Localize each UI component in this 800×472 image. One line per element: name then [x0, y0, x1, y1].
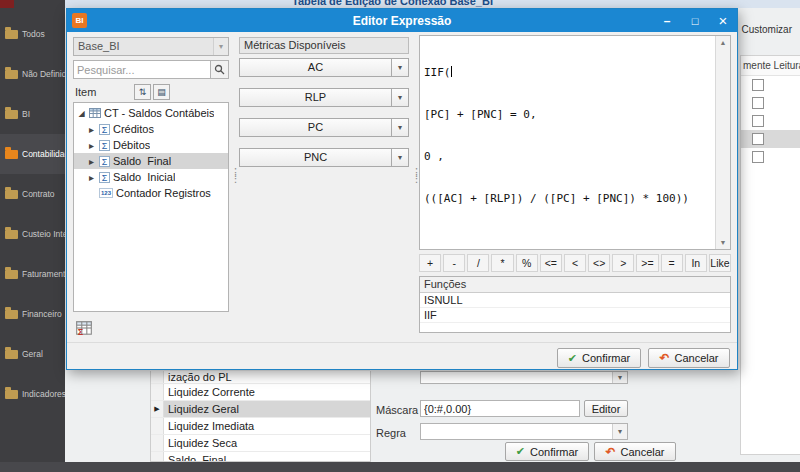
sidebar-item-nao-definido[interactable]: Não Definido [0, 54, 65, 94]
chevron-down-icon[interactable] [391, 89, 408, 106]
search-button[interactable] [210, 61, 228, 78]
operator-divide-button[interactable]: / [467, 254, 489, 272]
operator-eq-button[interactable]: = [661, 254, 683, 272]
scroll-down-icon[interactable] [716, 236, 730, 249]
readonly-checkbox[interactable] [752, 133, 764, 145]
grid-row-liquidez-geral[interactable]: ▶Liquidez Geral [151, 401, 370, 418]
tree-item-ct-saldos-contabeis[interactable]: CT - Saldos Contábeis [74, 105, 228, 121]
readonly-checkbox[interactable] [752, 115, 764, 127]
function-item-iif[interactable]: IIF [420, 308, 730, 323]
sidebar-item-custeio-integ[interactable]: Custeio Integ [0, 214, 65, 254]
grid-row-saldo-final[interactable]: Saldo Final [151, 452, 370, 462]
operator-multiply-button[interactable]: * [491, 254, 513, 272]
sidebar-item-financeiro[interactable]: Financeiro [0, 294, 65, 334]
panel-splitter[interactable] [230, 169, 238, 181]
close-button[interactable] [709, 9, 737, 32]
operator-neq-button[interactable]: <> [588, 254, 610, 272]
operator-plus-button[interactable]: + [419, 254, 441, 272]
search-icon [214, 64, 225, 75]
item-header: Item [75, 86, 96, 98]
operator-modulo-button[interactable]: % [516, 254, 538, 272]
operator-gt-button[interactable]: > [612, 254, 634, 272]
sum-table-button[interactable]: Σ [75, 319, 93, 337]
mascara-input[interactable] [420, 400, 580, 417]
background-confirm-button[interactable]: Confirmar [505, 442, 589, 461]
folder-icon [5, 230, 18, 239]
tree-item-creditos[interactable]: Créditos [74, 121, 228, 137]
readonly-checkbox[interactable] [752, 79, 764, 91]
sidebar-item-bi[interactable]: BI [0, 94, 65, 134]
customize-link[interactable]: Customizar [729, 24, 792, 35]
grid-row-liquidez-imediata[interactable]: Liquidez Imediata [151, 418, 370, 435]
expression-editor-box[interactable]: IIF( [PC] + [PNC] = 0, 0 , (([AC] + [RLP… [419, 35, 731, 250]
readonly-checkbox[interactable] [752, 97, 764, 109]
field-chooser-button[interactable] [153, 84, 170, 100]
sidebar-item-indicadores[interactable]: Indicadores [0, 374, 65, 414]
operator-minus-button[interactable]: - [443, 254, 465, 272]
grid-row-liquidez-corrente[interactable]: Liquidez Corrente [151, 384, 370, 401]
table-icon [89, 107, 101, 119]
expression-line-text: IIF( [424, 66, 451, 79]
maximize-button[interactable] [681, 9, 709, 32]
sidebar-item-contabilidade[interactable]: Contabilidade [0, 134, 65, 174]
sidebar-item-todos[interactable]: Todos [0, 14, 65, 54]
grid-row-liquidez-seca[interactable]: Liquidez Seca [151, 435, 370, 452]
text-caret [451, 66, 452, 77]
operator-lte-button[interactable]: <= [540, 254, 562, 272]
readonly-checkbox[interactable] [752, 151, 764, 163]
operator-in-button[interactable]: In [685, 254, 707, 272]
expression-line: (([AC] + [RLP]) / ([PC] + [PNC]) * 100)) [424, 192, 712, 206]
chevron-down-icon[interactable] [391, 149, 408, 166]
grid-cell: Liquidez Geral [164, 401, 370, 417]
folder-icon [5, 30, 18, 39]
metric-button-rlp[interactable]: RLP [239, 88, 409, 107]
sidebar-item-faturamento[interactable]: Faturamento [0, 254, 65, 294]
expression-text[interactable]: IIF( [PC] + [PNC] = 0, 0 , (([AC] + [RLP… [424, 38, 712, 247]
search-input[interactable] [74, 61, 210, 78]
sidebar-item-contrato[interactable]: Contrato [0, 174, 65, 214]
tree-item-contador-registros[interactable]: Contador Registros [74, 185, 228, 201]
operator-gte-button[interactable]: >= [636, 254, 658, 272]
row-indicator [151, 384, 164, 400]
tree-item-saldo-inicial[interactable]: Saldo Inicial [74, 169, 228, 185]
chevron-down-icon[interactable] [391, 119, 408, 136]
metric-button-pnc[interactable]: PNC [239, 148, 409, 167]
tree-item-debitos[interactable]: Débitos [74, 137, 228, 153]
regra-dropdown[interactable] [420, 423, 628, 440]
cancel-button[interactable]: Cancelar [648, 348, 730, 368]
operator-lt-button[interactable]: < [564, 254, 586, 272]
bottom-bar [0, 462, 800, 472]
dialog-titlebar[interactable]: BI Editor Expressão [67, 9, 737, 32]
function-item-isnull[interactable]: ISNULL [420, 293, 730, 308]
editor-button[interactable]: Editor [584, 400, 628, 417]
sidebar-item-label: BI [22, 109, 30, 119]
scroll-up-icon[interactable] [716, 36, 730, 49]
sidebar-item-geral[interactable]: Geral [0, 334, 65, 374]
expression-editor-dialog: BI Editor Expressão Base_BI Item [66, 8, 738, 370]
background-combo[interactable] [420, 371, 628, 384]
panel-splitter[interactable] [411, 169, 419, 181]
expand-closed-icon[interactable] [87, 172, 96, 183]
metric-button-ac[interactable]: AC [239, 58, 409, 77]
minimize-button[interactable] [653, 9, 681, 32]
folder-icon [5, 270, 18, 279]
background-cancel-button[interactable]: Cancelar [594, 442, 676, 461]
chevron-down-icon[interactable] [391, 59, 408, 76]
vertical-scrollbar[interactable] [715, 36, 730, 249]
expand-open-icon[interactable] [77, 109, 86, 118]
sort-button[interactable] [134, 84, 151, 100]
grid-row-izacao-do-pl[interactable]: ização do PL [151, 371, 370, 384]
tree-item-saldo-final[interactable]: Saldo Final [74, 153, 228, 169]
expand-closed-icon[interactable] [87, 124, 96, 135]
count-123-icon [99, 188, 113, 198]
expand-closed-icon[interactable] [87, 156, 96, 167]
connection-value: Base_BI [74, 38, 228, 55]
confirm-button[interactable]: Confirmar [557, 348, 641, 368]
chevron-down-icon [213, 38, 228, 55]
operator-like-button[interactable]: Like [709, 254, 731, 272]
expand-closed-icon[interactable] [87, 140, 96, 151]
metrics-header: Métricas Disponíveis [239, 37, 409, 54]
connection-dropdown[interactable]: Base_BI [73, 37, 229, 56]
window-controls [653, 9, 737, 32]
metric-button-pc[interactable]: PC [239, 118, 409, 137]
